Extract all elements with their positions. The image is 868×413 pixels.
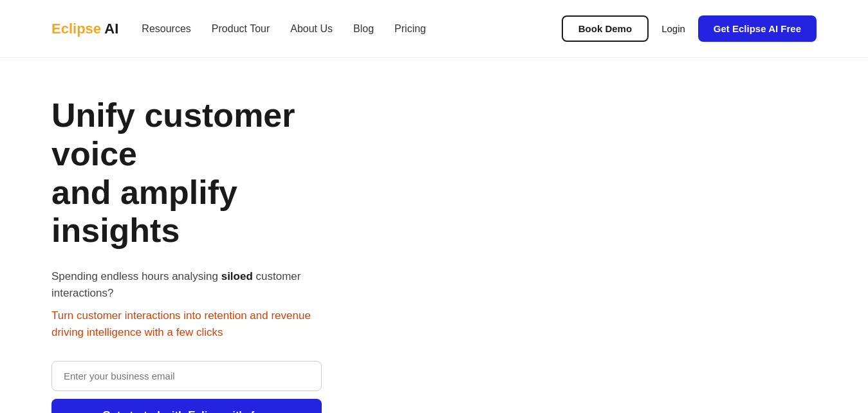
navbar-left: Eclipse AI Resources Product Tour About …: [51, 21, 426, 37]
email-input[interactable]: [51, 361, 322, 391]
hero-tagline: Turn customer interactions into retentio…: [51, 307, 322, 340]
hero-subtitle-prefix: Spending endless hours analysing: [51, 270, 221, 282]
login-button[interactable]: Login: [661, 23, 685, 34]
hero-section: Unify customer voice and amplify insight…: [0, 58, 373, 413]
brand-name-ai: AI: [101, 21, 118, 37]
navbar: Eclipse AI Resources Product Tour About …: [0, 0, 868, 58]
hero-subtitle: Spending endless hours analysing siloed …: [51, 268, 322, 301]
nav-item-blog[interactable]: Blog: [353, 23, 374, 35]
nav-item-about-us[interactable]: About Us: [290, 23, 333, 35]
brand-name-eclipse: Eclipse: [51, 21, 101, 37]
hero-title-line2: and amplify insights: [51, 174, 237, 250]
navbar-right: Book Demo Login Get Eclipse AI Free: [562, 15, 817, 42]
hero-title-line1: Unify customer voice: [51, 96, 295, 172]
hero-subtitle-bold: siloed: [221, 270, 253, 282]
get-eclipse-ai-free-button[interactable]: Get Eclipse AI Free: [698, 15, 817, 42]
email-form: Get started with Eclipse, it's free: [51, 361, 322, 413]
nav-links: Resources Product Tour About Us Blog Pri…: [142, 23, 426, 35]
nav-item-resources[interactable]: Resources: [142, 23, 190, 35]
hero-title: Unify customer voice and amplify insight…: [51, 96, 322, 250]
get-started-button[interactable]: Get started with Eclipse, it's free: [51, 399, 322, 413]
book-demo-button[interactable]: Book Demo: [562, 15, 649, 42]
nav-item-pricing[interactable]: Pricing: [394, 23, 426, 35]
brand-logo[interactable]: Eclipse AI: [51, 21, 118, 37]
nav-item-product-tour[interactable]: Product Tour: [212, 23, 270, 35]
